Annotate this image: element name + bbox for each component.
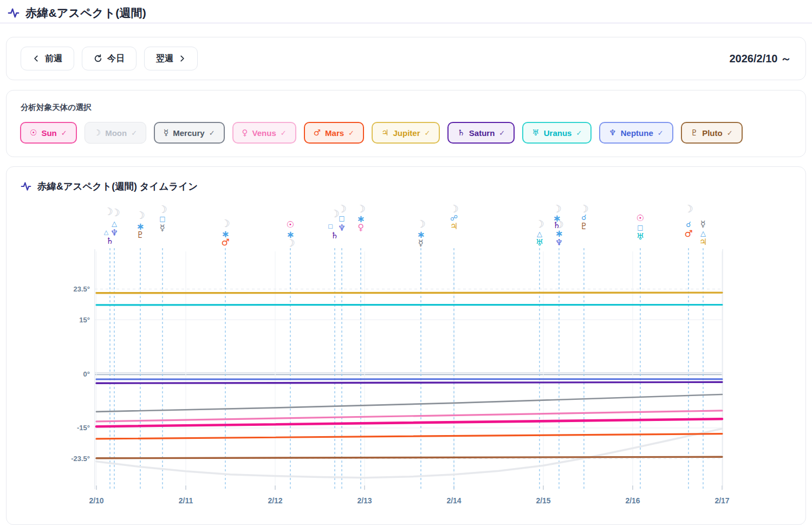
moon-square-saturn-marker-square-icon: □ <box>328 223 333 229</box>
x-axis-label: 2/14 <box>446 496 461 505</box>
moon-conjunction-pluto-marker-pluto-icon: ♇ <box>580 221 588 231</box>
series-line-pluto <box>96 457 722 458</box>
moon-square-neptune-marker-neptune-icon: ♆ <box>338 223 346 233</box>
mercury-trine-jupiter-marker-mercury-icon: ☿ <box>700 219 706 229</box>
y-axis-label: 23.5° <box>73 285 90 293</box>
x-axis-label: 2/16 <box>625 496 640 505</box>
moon-sextile-pluto-marker-pluto-icon: ♇ <box>137 230 144 240</box>
moon-trine-neptune-marker-neptune-icon: ♆ <box>111 228 118 238</box>
series-line-mars <box>96 434 722 439</box>
moon-sextile-neptune-marker-neptune-icon: ♆ <box>555 237 563 248</box>
moon-trine-uranus-marker-uranus-icon: ♅ <box>536 237 543 248</box>
app-root: 赤緯&アスペクト(週間) 前週 今日 翌週 <box>0 0 812 525</box>
sun-square-uranus-marker-uranus-icon: ♅ <box>636 231 644 242</box>
moon-square-mercury-marker-mercury-icon: ☿ <box>160 223 165 233</box>
moon-square-neptune-marker-square-icon: □ <box>339 215 345 222</box>
moon-conjunction-mars-marker-moon-icon: ☽ <box>684 203 693 215</box>
declination-timeline-chart[interactable]: 23.5°15°0°-15°-23.5°2/102/112/122/132/14… <box>0 0 812 525</box>
moon-trine-neptune-marker-moon-icon: ☽ <box>111 206 120 218</box>
moon-square-neptune-marker-moon-icon: ☽ <box>337 203 346 215</box>
series-line-jupiter <box>96 293 722 293</box>
moon-sextile-venus-marker-venus-icon: ♀ <box>358 222 364 232</box>
series-line-mercury <box>96 394 722 412</box>
moon-trine-saturn-marker-trine-icon: △ <box>104 229 109 236</box>
y-axis-label: -23.5° <box>71 455 90 463</box>
mercury-trine-jupiter-marker-jupiter-icon: ♃ <box>699 237 707 247</box>
moon-opposition-jupiter-marker-moon-icon: ☽ <box>449 203 458 215</box>
series-line-saturn <box>96 382 722 383</box>
sun-square-uranus-marker-square-icon: □ <box>637 224 643 231</box>
y-axis-label: 15° <box>79 316 90 324</box>
moon-trine-uranus-marker-trine-icon: △ <box>537 230 542 238</box>
moon-sextile-mercury-marker-mercury-icon: ☿ <box>418 238 424 248</box>
x-axis-label: 2/12 <box>268 496 282 505</box>
moon-trine-neptune-marker-trine-icon: △ <box>112 219 117 228</box>
x-axis-label: 2/11 <box>179 496 193 505</box>
moon-sextile-mars-marker-mars-icon: ♂ <box>221 237 229 248</box>
moon-sextile-pluto-marker-moon-icon: ☽ <box>135 209 145 221</box>
moon-trine-uranus-marker-moon-icon: ☽ <box>535 218 544 230</box>
mercury-trine-jupiter-marker-trine-icon: △ <box>700 229 706 237</box>
x-axis-label: 2/15 <box>536 496 550 505</box>
moon-opposition-jupiter-marker-jupiter-icon: ♃ <box>450 221 458 231</box>
moon-square-mercury-marker-square-icon: □ <box>159 215 165 223</box>
moon-conjunction-mars-marker-conjunction-icon: ☌ <box>686 220 691 229</box>
moon-square-mercury-marker-moon-icon: ☽ <box>158 203 167 215</box>
moon-conjunction-mars-marker-mars-icon: ♂ <box>684 228 692 239</box>
y-axis-label: 0° <box>83 370 90 378</box>
x-axis-label: 2/10 <box>89 496 103 505</box>
x-axis-label: 2/17 <box>714 496 729 505</box>
x-axis-label: 2/13 <box>357 496 372 505</box>
sun-sextile-moon-marker-moon-icon: ☽ <box>285 237 295 249</box>
y-axis-label: -15° <box>77 424 90 432</box>
sun-square-uranus-marker-sun-icon: ☉ <box>636 213 644 223</box>
